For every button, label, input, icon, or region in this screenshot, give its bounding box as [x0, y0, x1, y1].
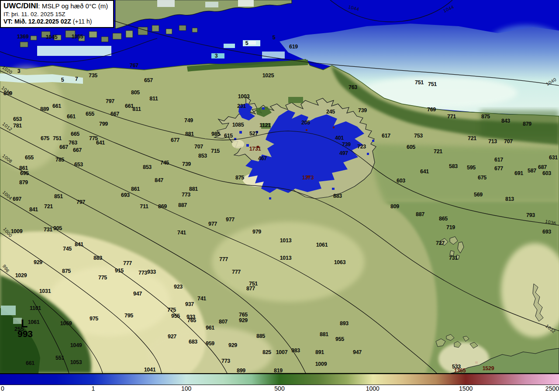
height-value-label: 687 — [538, 165, 547, 170]
height-value-label: 947 — [133, 291, 142, 297]
height-value-label: 667 — [73, 148, 82, 153]
height-value-label: 889 — [40, 107, 49, 112]
height-value-label: 5 — [245, 41, 248, 46]
greenland-snow-patch — [157, 0, 175, 7]
height-value-label: 819 — [274, 368, 283, 373]
height-value-label: 739 — [342, 142, 351, 148]
height-value-label: 727 — [436, 241, 445, 246]
height-value-label: 1031 — [39, 289, 51, 294]
height-value-label: 753 — [414, 133, 423, 139]
height-value-label: 869 — [158, 204, 167, 210]
height-value-label: 751 — [428, 82, 437, 87]
height-value-label: 795 — [124, 313, 133, 319]
height-value-label: 401 — [335, 135, 344, 141]
height-value-label: 775 — [98, 275, 107, 281]
height-value-label: 1069 — [60, 321, 72, 327]
height-value-label: 605 — [407, 144, 415, 150]
height-value-label: 891 — [315, 350, 324, 355]
height-value-label: 777 — [123, 261, 132, 266]
height-value-label: 693 — [121, 193, 130, 198]
height-value-label: 811 — [149, 96, 158, 102]
height-value-label: 653 — [74, 162, 83, 168]
height-value-label: 773 — [182, 192, 190, 198]
weather-map-page: 1369104510555561937673735102575657751751… — [0, 0, 559, 392]
height-value-label: 977 — [208, 221, 217, 227]
colorbar-tick-label: 1000 — [366, 385, 380, 392]
valid-time-offset: (+11 h) — [71, 18, 92, 25]
height-value-label: 641 — [420, 169, 429, 175]
height-value-label: 883 — [93, 255, 102, 261]
height-value-label: 875 — [62, 268, 71, 274]
height-value-label: 1007 — [276, 350, 288, 355]
height-value-label: 1063 — [334, 260, 346, 265]
height-value-label: 697 — [13, 196, 21, 202]
height-value-label: 809 — [390, 204, 399, 210]
height-value-label: 1029 — [15, 273, 27, 279]
height-value-label: 631 — [549, 155, 558, 161]
product-subtitle: : MSLP og hæð 0°C (m) — [38, 2, 108, 10]
height-value-label: 763 — [69, 140, 77, 146]
valid-time: VT: Mið. 12.02.2025 02Z (+11 h) — [3, 18, 108, 25]
height-value-label: 797 — [106, 99, 114, 104]
height-value-label: 769 — [427, 107, 436, 113]
height-value-label: 569 — [474, 192, 483, 198]
colorbar-tick-label: 1500 — [459, 385, 473, 392]
height-value-label: 881 — [185, 131, 194, 137]
height-value-label: 777 — [232, 269, 241, 275]
height-value-label: 1373 — [302, 175, 314, 181]
height-value-label: 765 — [187, 318, 196, 323]
height-value-label: 749 — [184, 118, 193, 124]
height-value-label: 603 — [397, 178, 405, 184]
height-value-label: 983 — [291, 348, 300, 354]
colorbar-tick-label: 500 — [274, 385, 284, 392]
height-value-label: 719 — [446, 225, 455, 230]
height-value-label: 885 — [256, 334, 265, 339]
height-value-label: 887 — [416, 212, 424, 217]
height-value-label: 841 — [29, 207, 38, 213]
height-value-label: 707 — [194, 144, 203, 150]
height-value-label: 657 — [144, 78, 153, 83]
height-value-label: 691 — [514, 171, 523, 176]
height-value-label: 1013 — [280, 255, 292, 261]
height-value-label: 1003 — [238, 94, 250, 100]
height-value-label: 741 — [177, 230, 186, 236]
height-value-label: 883 — [333, 193, 342, 199]
height-value-label: 551 — [55, 355, 64, 361]
cyan-bit-sw — [1, 306, 16, 315]
map-area: 1369104510555561937673735102575657751751… — [0, 0, 559, 373]
height-value-label: 655 — [86, 111, 94, 117]
height-value-label: 785 — [55, 157, 64, 163]
height-value-label: 653 — [13, 117, 22, 122]
height-value-label: 711 — [140, 204, 148, 210]
colorbar-ticks: 01100500100015002500 — [0, 385, 559, 392]
height-value-label: 865 — [439, 216, 448, 222]
height-value-label: 583 — [449, 164, 458, 169]
height-value-label: 617 — [494, 157, 503, 163]
height-value-label: 887 — [178, 203, 187, 208]
height-value-label: 929 — [239, 318, 248, 323]
height-value-label: 615 — [224, 133, 233, 139]
height-value-label: 721 — [434, 149, 442, 155]
colorbar-gradient — [0, 373, 559, 385]
height-value-label: 1025 — [262, 73, 274, 79]
height-value-label: 929 — [228, 343, 237, 348]
height-value-label: 847 — [155, 178, 163, 183]
height-value-label: 715 — [211, 148, 220, 154]
height-value-label: 7 — [75, 76, 78, 82]
height-value-label: 619 — [289, 44, 298, 50]
height-value-label: 929 — [34, 260, 42, 265]
height-value-label: 683 — [189, 339, 197, 345]
height-value-label: 707 — [504, 139, 513, 144]
height-value-label: 893 — [340, 321, 349, 327]
height-value-label: 793 — [526, 213, 535, 218]
height-value-label: 497 — [339, 151, 348, 156]
height-value-label: 665 — [71, 131, 79, 137]
greenland-snow-patch3 — [238, 0, 254, 7]
height-value-label: 1061 — [28, 320, 40, 325]
height-value-label: 739 — [358, 108, 367, 113]
product-title: UWC/DINI: MSLP og hæð 0°C (m) — [3, 2, 108, 11]
height-value-label: 231 — [237, 103, 246, 109]
product-name: UWC/DINI — [3, 2, 38, 10]
height-value-label: 723 — [357, 144, 366, 150]
height-value-label: 245 — [326, 109, 335, 115]
